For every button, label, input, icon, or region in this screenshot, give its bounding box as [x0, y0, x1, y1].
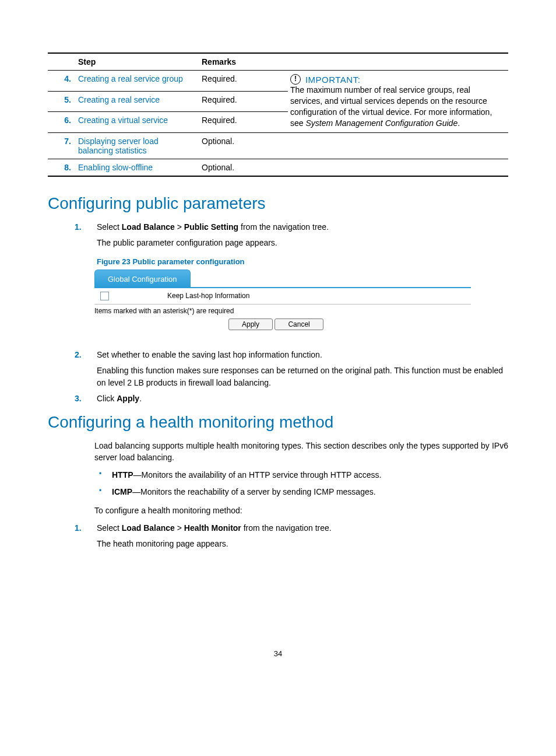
- protocol-list: HTTP—Monitors the availability of an HTT…: [94, 469, 508, 498]
- step-link[interactable]: Enabling slow-offline: [78, 163, 153, 172]
- section-title-public-params: Configuring public parameters: [48, 194, 508, 213]
- section1-steps-cont: 2. Set whether to enable the saving last…: [48, 349, 508, 405]
- row-remark: Optional.: [199, 159, 288, 176]
- col-header-remarks: Remarks: [199, 53, 288, 71]
- row-remark: Optional.: [199, 132, 288, 159]
- list-item: 3. Click Apply.: [97, 393, 508, 405]
- step-link[interactable]: Creating a real service: [78, 95, 160, 104]
- section1-steps: 1. Select Load Balance > Public Setting …: [48, 221, 508, 249]
- col-header-step: Step: [76, 53, 199, 71]
- important-callout: ! IMPORTANT:: [290, 74, 504, 85]
- proc-intro: To configure a health monitoring method:: [94, 505, 508, 516]
- section-title-health-monitor: Configuring a health monitoring method: [48, 413, 508, 432]
- ui-screenshot: Global Configuration Keep Last-hop Infor…: [94, 270, 471, 332]
- list-item: ICMP—Monitors the reachability of a serv…: [94, 486, 508, 498]
- table-row: 8. Enabling slow-offline Optional.: [48, 159, 508, 176]
- table-row: 7. Displaying server load balancing stat…: [48, 132, 508, 159]
- asterisk-note: Items marked with an asterisk(*) are req…: [94, 304, 471, 317]
- step-sub: The heath monitoring page appears.: [97, 538, 508, 550]
- step-link[interactable]: Creating a virtual service: [78, 116, 168, 125]
- row-num: 4.: [48, 71, 76, 92]
- list-item: 2. Set whether to enable the saving last…: [97, 349, 508, 389]
- figure-caption: Figure 23 Public parameter configuration: [97, 257, 508, 266]
- step-link[interactable]: Creating a real service group: [78, 74, 183, 83]
- section2-steps: 1. Select Load Balance > Health Monitor …: [48, 522, 508, 550]
- step-sub: The public parameter configuration page …: [97, 237, 508, 249]
- row-remark: Required.: [199, 71, 288, 92]
- cancel-button[interactable]: Cancel: [275, 318, 323, 330]
- keep-lasthop-label: Keep Last-hop Information: [167, 292, 249, 300]
- step-link[interactable]: Displaying server load balancing statist…: [78, 136, 159, 155]
- row-num: 6.: [48, 112, 76, 133]
- tab-global-config[interactable]: Global Configuration: [94, 270, 191, 287]
- important-icon: !: [290, 74, 301, 85]
- important-text: The maximum number of real service group…: [290, 85, 504, 129]
- page-number: 34: [48, 649, 508, 658]
- row-num: 5.: [48, 91, 76, 112]
- row-remark: Required.: [199, 112, 288, 133]
- row-remark: Required.: [199, 91, 288, 112]
- list-item: HTTP—Monitors the availability of an HTT…: [94, 469, 508, 481]
- keep-lasthop-checkbox[interactable]: [100, 292, 109, 300]
- steps-table: Step Remarks 4. Creating a real service …: [48, 52, 508, 177]
- table-row: 4. Creating a real service group Require…: [48, 71, 508, 92]
- apply-button[interactable]: Apply: [228, 318, 273, 330]
- list-item: 1. Select Load Balance > Public Setting …: [97, 221, 508, 249]
- row-num: 7.: [48, 132, 76, 159]
- step-sub: Enabling this function makes sure respon…: [97, 365, 508, 389]
- row-num: 8.: [48, 159, 76, 176]
- important-label: IMPORTANT:: [305, 75, 360, 85]
- list-item: 1. Select Load Balance > Health Monitor …: [97, 522, 508, 550]
- health-intro: Load balancing supports multiple health …: [94, 440, 508, 464]
